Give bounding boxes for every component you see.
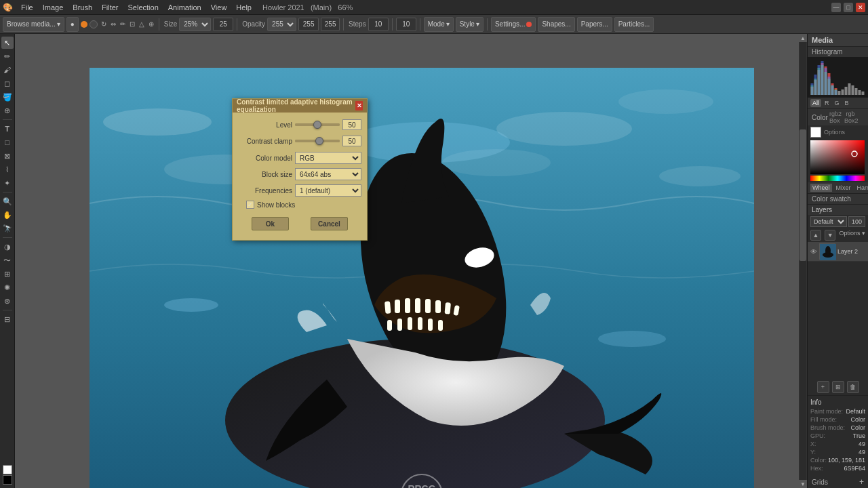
tool-shape[interactable]: □: [1, 136, 14, 148]
options-label[interactable]: Options: [824, 129, 845, 136]
shape-icon[interactable]: △: [138, 19, 146, 29]
size-select[interactable]: 25%: [179, 18, 211, 31]
tool-adjust[interactable]: ⊞: [1, 268, 14, 280]
cancel-button[interactable]: Cancel: [311, 217, 348, 230]
tool-pen[interactable]: ✏: [1, 50, 14, 62]
pen-icon[interactable]: ✏: [119, 19, 127, 29]
grids-add-button[interactable]: +: [859, 477, 864, 487]
layer-visibility-icon[interactable]: 👁: [810, 248, 817, 256]
shapes-button[interactable]: Shapes...: [538, 17, 574, 32]
block-size-select[interactable]: 64x64 abs: [295, 168, 361, 180]
layer-up-btn[interactable]: ▲: [810, 230, 821, 241]
menu-help[interactable]: Help: [232, 2, 256, 13]
col-input[interactable]: [396, 18, 416, 31]
layer-mode-select[interactable]: Default: [810, 216, 847, 227]
menu-selection[interactable]: Selection: [124, 2, 163, 13]
color-gradient-picker[interactable]: [810, 140, 865, 174]
minimize-button[interactable]: —: [831, 3, 841, 12]
color-display[interactable]: [3, 464, 12, 485]
stamp-icon[interactable]: ⊕: [147, 19, 155, 29]
menu-filter[interactable]: Filter: [98, 2, 122, 13]
scroll-track[interactable]: [800, 42, 806, 480]
tool-icon-btn[interactable]: ●: [66, 17, 79, 32]
layer-down-btn[interactable]: ▼: [825, 230, 835, 241]
browse-media-button[interactable]: Browse media... ▾: [3, 17, 64, 32]
settings-button[interactable]: Settings...: [491, 17, 536, 32]
tool-select[interactable]: ⊠: [1, 150, 14, 162]
tool-lasso[interactable]: ⌇: [1, 163, 14, 176]
level-slider[interactable]: [295, 123, 340, 126]
color-model-select[interactable]: RGB: [295, 152, 361, 164]
tool-gradient[interactable]: ◑: [1, 241, 14, 253]
color-swatch-white[interactable]: [810, 127, 821, 138]
show-blocks-checkbox[interactable]: ✓: [246, 201, 254, 209]
flip-h-icon[interactable]: ⇔: [109, 19, 117, 29]
mode-button[interactable]: Mode ▾: [424, 17, 454, 32]
tool-text[interactable]: T: [1, 123, 14, 135]
wheel-tab[interactable]: Wheel: [810, 184, 832, 192]
opacity-input-2[interactable]: [321, 18, 340, 31]
eraser-icon[interactable]: ⊡: [128, 19, 136, 29]
dialog-close-button[interactable]: ✕: [355, 101, 363, 110]
level-value-input[interactable]: [342, 119, 361, 130]
layer-opacity-input[interactable]: [848, 216, 865, 227]
secondary-color-dot[interactable]: [90, 20, 98, 28]
mixer-tab[interactable]: Mixer: [834, 184, 853, 192]
contrast-value-input[interactable]: [342, 136, 361, 146]
harmony-tab[interactable]: Harmony: [855, 184, 868, 192]
menu-image[interactable]: Image: [39, 2, 68, 13]
new-layer-btn[interactable]: +: [817, 381, 829, 393]
canvas-area[interactable]: RRCG 人人素材 Contrast limited adaptive hist…: [15, 34, 807, 488]
histogram-title[interactable]: Histogram: [808, 47, 868, 57]
ok-button[interactable]: Ok: [252, 217, 289, 230]
tool-particles[interactable]: ✺: [1, 281, 14, 293]
layer-options-btn[interactable]: Options ▾: [839, 230, 865, 241]
layer-item[interactable]: 👁 Layer 2: [808, 242, 868, 262]
delete-layer-btn[interactable]: 🗑: [847, 381, 859, 393]
tool-magic-wand[interactable]: ✦: [1, 177, 14, 189]
channel-all[interactable]: All: [810, 99, 821, 107]
tool-zoom[interactable]: 🔍: [1, 195, 14, 207]
channel-g[interactable]: G: [833, 99, 842, 107]
size-input[interactable]: [213, 18, 233, 31]
tool-layers[interactable]: ⊟: [1, 313, 14, 325]
tool-eraser[interactable]: ◻: [1, 77, 14, 89]
box2-tab[interactable]: Box2: [843, 117, 860, 125]
menu-view[interactable]: View: [207, 2, 231, 13]
tool-smear[interactable]: 〜: [1, 254, 14, 266]
canvas-vscroll[interactable]: ▲ ▼: [799, 34, 807, 488]
opacity-input[interactable]: [298, 18, 319, 31]
tool-fill[interactable]: 🪣: [1, 91, 14, 103]
steps-input[interactable]: [368, 18, 389, 31]
color-hue-slider[interactable]: [810, 176, 865, 181]
scroll-down-btn[interactable]: ▼: [799, 480, 807, 488]
level-slider-thumb[interactable]: [313, 121, 321, 129]
style-button[interactable]: Style ▾: [456, 17, 484, 32]
contrast-slider[interactable]: [295, 140, 340, 142]
scroll-up-btn[interactable]: ▲: [799, 34, 807, 42]
rotate-icon[interactable]: ↻: [100, 19, 108, 29]
tool-eyedropper[interactable]: 🔭: [1, 222, 14, 235]
tool-cursor[interactable]: ↖: [1, 37, 14, 49]
tool-clone[interactable]: ⊕: [1, 104, 14, 117]
papers-button[interactable]: Papers...: [577, 17, 612, 32]
color-swatch-title[interactable]: Color swatch: [808, 194, 868, 204]
contrast-slider-thumb[interactable]: [315, 137, 323, 145]
opacity-select[interactable]: 255: [267, 18, 296, 31]
color-dot[interactable]: [81, 21, 87, 28]
tool-brush[interactable]: 🖌: [1, 64, 14, 76]
menu-animation[interactable]: Animation: [164, 2, 205, 13]
channel-r[interactable]: R: [823, 99, 831, 107]
menu-file[interactable]: File: [17, 2, 37, 13]
close-button[interactable]: ✕: [856, 3, 865, 12]
menu-brush[interactable]: Brush: [68, 2, 96, 13]
maximize-button[interactable]: □: [844, 3, 853, 12]
frequencies-select[interactable]: 1 (default): [295, 184, 361, 197]
box-tab[interactable]: Box: [828, 117, 842, 125]
tool-extra[interactable]: ⊛: [1, 295, 14, 307]
scroll-thumb[interactable]: [800, 129, 806, 261]
copy-layer-btn[interactable]: ⊞: [832, 381, 844, 393]
tool-hand[interactable]: ✋: [1, 209, 14, 221]
particles-button[interactable]: Particles...: [614, 17, 654, 32]
channel-b[interactable]: B: [843, 99, 851, 107]
